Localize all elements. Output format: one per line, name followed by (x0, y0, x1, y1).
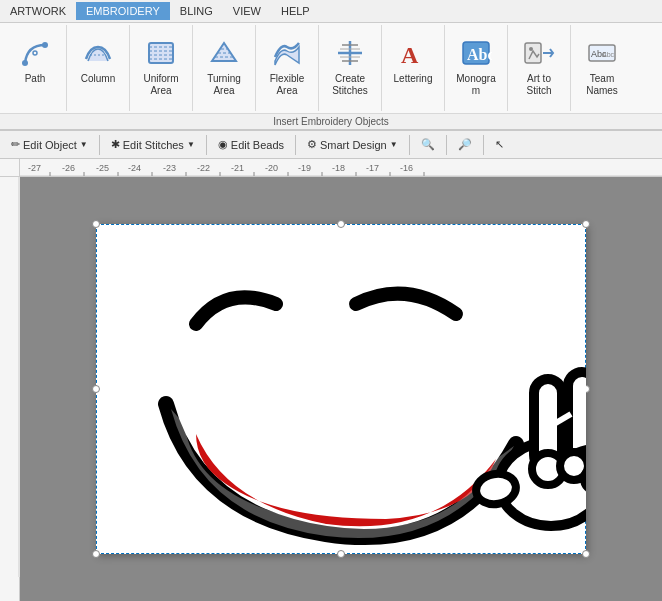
uniform-area-icon (143, 35, 179, 71)
svg-point-49 (474, 471, 519, 507)
team-names-label: Team Names (580, 73, 624, 97)
column-label: Column (81, 73, 115, 85)
uniform-area-button[interactable]: Uniform Area (136, 31, 186, 100)
svg-text:-24: -24 (128, 163, 141, 173)
art-to-stitch-button[interactable]: Art to Stitch (514, 31, 564, 100)
flexible-area-icon (269, 35, 305, 71)
svg-rect-4 (149, 43, 173, 63)
column-icon (80, 35, 116, 71)
ribbon-group-team: Abc Abc Team Names (571, 25, 633, 111)
svg-point-1 (42, 42, 48, 48)
ribbon-group-create: Create Stitches (319, 25, 382, 111)
menu-view[interactable]: VIEW (223, 2, 271, 20)
ribbon-content: Path Column (0, 23, 662, 113)
edit-beads-icon: ◉ (218, 138, 228, 151)
smart-design-btn[interactable]: ⚙ Smart Design ▼ (300, 134, 405, 155)
toolbar-sep-5 (446, 135, 447, 155)
svg-text:-25: -25 (96, 163, 109, 173)
edit-stitches-btn[interactable]: ✱ Edit Stitches ▼ (104, 134, 202, 155)
edit-stitches-icon: ✱ (111, 138, 120, 151)
toolbar-sep-1 (99, 135, 100, 155)
svg-text:-19: -19 (298, 163, 311, 173)
cursor-btn[interactable]: ↖ (488, 134, 511, 155)
menu-artwork[interactable]: ARTWORK (0, 2, 76, 20)
toolbar-sep-6 (483, 135, 484, 155)
menu-bling[interactable]: BLING (170, 2, 223, 20)
zoom-btn[interactable]: 🔎 (451, 134, 479, 155)
vertical-ruler (0, 177, 20, 601)
lettering-icon: A (395, 35, 431, 71)
ribbon-buttons-path: Path (8, 27, 62, 109)
search-btn[interactable]: 🔍 (414, 134, 442, 155)
lettering-button[interactable]: A Lettering (388, 31, 438, 99)
create-stitches-label: Create Stitches (328, 73, 372, 97)
ribbon-buttons-team: Abc Abc Team Names (575, 27, 629, 109)
edit-beads-label: Edit Beads (231, 139, 284, 151)
art-to-stitch-label: Art to Stitch (517, 73, 561, 97)
team-names-icon: Abc Abc (584, 35, 620, 71)
ribbon-group-art: Art to Stitch (508, 25, 571, 111)
ribbon-buttons-turning: Turning Area (197, 27, 251, 109)
svg-rect-15 (525, 43, 541, 63)
create-stitches-button[interactable]: Create Stitches (325, 31, 375, 100)
monogram-icon: Abc (458, 35, 494, 71)
edit-beads-btn[interactable]: ◉ Edit Beads (211, 134, 291, 155)
search-icon: 🔍 (421, 138, 435, 151)
svg-rect-46 (0, 177, 20, 577)
turning-area-icon (206, 35, 242, 71)
edit-stitches-dropdown-icon: ▼ (187, 140, 195, 149)
ruler-corner (0, 159, 20, 177)
svg-text:-16: -16 (400, 163, 413, 173)
edit-object-dropdown-icon: ▼ (80, 140, 88, 149)
svg-text:-22: -22 (197, 163, 210, 173)
column-button[interactable]: Column (73, 31, 123, 99)
menu-help[interactable]: HELP (271, 2, 320, 20)
path-icon (17, 35, 53, 71)
ribbon-section-label: Insert Embroidery Objects (0, 113, 662, 129)
ribbon-buttons-lettering: A Lettering (386, 27, 440, 109)
monogram-button[interactable]: Abc Monogram (451, 31, 501, 100)
ribbon-buttons-create: Create Stitches (323, 27, 377, 109)
svg-text:-21: -21 (231, 163, 244, 173)
artwork-svg (96, 224, 586, 554)
cursor-icon: ↖ (495, 138, 504, 151)
ribbon-buttons-uniform: Uniform Area (134, 27, 188, 109)
art-to-stitch-icon (521, 35, 557, 71)
monogram-label: Monogram (454, 73, 498, 97)
team-names-button[interactable]: Abc Abc Team Names (577, 31, 627, 100)
toolbar-sep-4 (409, 135, 410, 155)
ribbon-group-path: Path (4, 25, 67, 111)
svg-point-54 (584, 467, 586, 491)
menu-bar: ARTWORK EMBROIDERY BLING VIEW HELP (0, 0, 662, 23)
smart-design-label: Smart Design (320, 139, 387, 151)
ribbon-group-column: Column (67, 25, 130, 111)
svg-text:-23: -23 (163, 163, 176, 173)
toolbar-sep-3 (295, 135, 296, 155)
svg-text:Abc: Abc (467, 46, 492, 63)
flexible-area-label: Flexible Area (265, 73, 309, 97)
turning-area-button[interactable]: Turning Area (199, 31, 249, 100)
flexible-area-button[interactable]: Flexible Area (262, 31, 312, 100)
turning-area-label: Turning Area (202, 73, 246, 97)
edit-stitches-label: Edit Stitches (123, 139, 184, 151)
canvas-wrapper (0, 177, 662, 601)
ribbon-group-turning: Turning Area (193, 25, 256, 111)
svg-text:-27: -27 (28, 163, 41, 173)
path-button[interactable]: Path (10, 31, 60, 99)
svg-text:-17: -17 (366, 163, 379, 173)
canvas-area[interactable] (20, 177, 662, 601)
menu-embroidery[interactable]: EMBROIDERY (76, 2, 170, 20)
lettering-label: Lettering (394, 73, 433, 85)
canvas-paper (96, 224, 586, 554)
zoom-icon: 🔎 (458, 138, 472, 151)
app-window: ARTWORK EMBROIDERY BLING VIEW HELP (0, 0, 662, 601)
svg-text:-18: -18 (332, 163, 345, 173)
svg-point-2 (33, 51, 37, 55)
edit-object-btn[interactable]: ✏ Edit Object ▼ (4, 134, 95, 155)
svg-text:A: A (401, 42, 419, 68)
ribbon-group-flexible: Flexible Area (256, 25, 319, 111)
toolbar-row: ✏ Edit Object ▼ ✱ Edit Stitches ▼ ◉ Edit… (0, 131, 662, 159)
ribbon-buttons-monogram: Abc Monogram (449, 27, 503, 109)
toolbar-sep-2 (206, 135, 207, 155)
svg-point-16 (529, 47, 533, 51)
